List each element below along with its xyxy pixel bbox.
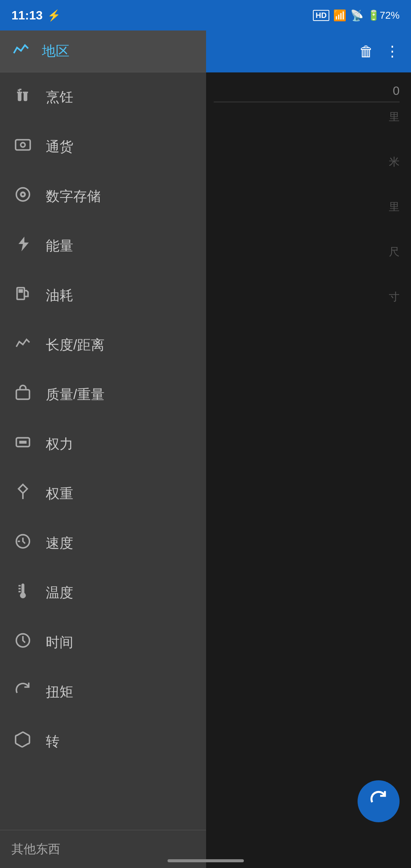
- menu-item-mass[interactable]: 质量/重量: [0, 370, 206, 419]
- svg-rect-0: [16, 140, 30, 150]
- right-label-4: 尺: [214, 245, 400, 259]
- right-label-1: 里: [214, 110, 400, 124]
- status-left: 11:13 ⚡: [11, 8, 61, 22]
- time-label: 时间: [46, 633, 73, 652]
- bluetooth-icon: ⚡: [47, 9, 61, 22]
- status-right: HD 📶 📡 🔋72%: [313, 9, 400, 22]
- menu-item-volume[interactable]: 转: [0, 717, 206, 766]
- cooking-icon: [11, 87, 34, 108]
- menu-item-power[interactable]: 权力: [0, 419, 206, 469]
- menu-item-length[interactable]: 长度/距离: [0, 320, 206, 370]
- menu-item-energy[interactable]: 能量: [0, 221, 206, 271]
- menu-item-torque-icon[interactable]: 权重: [0, 469, 206, 518]
- battery-icon: 🔋72%: [367, 10, 400, 21]
- signal-icon: 📶: [333, 9, 347, 22]
- drawer-footer-label: 其他东西: [11, 841, 60, 858]
- fab-button[interactable]: [358, 780, 400, 822]
- energy-icon: [11, 235, 34, 257]
- drawer-header-title: 地区: [42, 42, 69, 61]
- power-label: 权力: [46, 435, 73, 454]
- mass-icon: [11, 384, 34, 406]
- drawer-header[interactable]: 地区: [0, 30, 206, 72]
- svg-rect-6: [19, 289, 23, 293]
- menu-item-digital[interactable]: 数字存储: [0, 172, 206, 221]
- svg-point-1: [21, 143, 25, 147]
- time-icon: [11, 632, 34, 653]
- right-label-2: 米: [214, 155, 400, 169]
- energy-label: 能量: [46, 237, 73, 255]
- wifi-icon: 📡: [350, 9, 364, 22]
- speed-label: 速度: [46, 534, 73, 553]
- torque-icon2: [11, 681, 34, 703]
- fab-icon: [369, 789, 388, 813]
- digital-label: 数字存储: [46, 187, 101, 206]
- fuel-icon: [11, 285, 34, 306]
- svg-rect-9: [19, 441, 26, 444]
- home-indicator: [168, 859, 244, 862]
- menu-item-fuel[interactable]: 油耗: [0, 271, 206, 320]
- menu-item-currency[interactable]: 通货: [0, 122, 206, 172]
- fuel-label: 油耗: [46, 286, 73, 305]
- delete-icon[interactable]: 🗑: [359, 43, 374, 60]
- torque-icon-icon: [11, 483, 34, 505]
- status-time: 11:13: [11, 8, 43, 22]
- temperature-label: 温度: [46, 584, 73, 602]
- menu-item-speed[interactable]: 速度: [0, 518, 206, 568]
- speed-icon: [11, 533, 34, 554]
- length-icon: [11, 334, 34, 356]
- hd-badge: HD: [313, 10, 329, 21]
- right-content: 0 里 米 里 尺 寸: [202, 72, 411, 868]
- drawer-items: 烹饪 通货 数字存: [0, 72, 206, 830]
- main-container: 🗑 ⋮ 0 里 米 里 尺 寸 地区: [0, 30, 411, 868]
- svg-rect-7: [16, 390, 30, 399]
- menu-item-torque[interactable]: 扭矩: [0, 667, 206, 717]
- right-topbar: 🗑 ⋮: [202, 30, 411, 72]
- mass-label: 质量/重量: [46, 385, 105, 404]
- torque-label: 扭矩: [46, 683, 73, 701]
- right-panel: 🗑 ⋮ 0 里 米 里 尺 寸: [202, 30, 411, 868]
- currency-label: 通货: [46, 138, 73, 156]
- right-value: 0: [214, 84, 400, 102]
- length-label: 长度/距离: [46, 336, 105, 355]
- volume-label: 转: [46, 732, 60, 751]
- status-bar: 11:13 ⚡ HD 📶 📡 🔋72%: [0, 0, 411, 30]
- right-label-3: 里: [214, 200, 400, 214]
- more-icon[interactable]: ⋮: [385, 43, 400, 60]
- volume-icon: [11, 731, 34, 752]
- currency-icon: [11, 136, 34, 158]
- digital-icon: [11, 186, 34, 207]
- torque-icon-label: 权重: [46, 485, 73, 503]
- drawer: 地区 烹饪 通货: [0, 30, 206, 868]
- power-icon: [11, 433, 34, 455]
- cooking-label: 烹饪: [46, 88, 73, 107]
- menu-item-temperature[interactable]: 温度: [0, 568, 206, 618]
- drawer-footer: 其他东西: [0, 830, 206, 868]
- menu-item-time[interactable]: 时间: [0, 618, 206, 667]
- svg-point-4: [22, 193, 24, 196]
- right-label-5: 寸: [214, 290, 400, 304]
- drawer-header-icon: [11, 40, 31, 63]
- menu-item-cooking[interactable]: 烹饪: [0, 72, 206, 122]
- temperature-icon: [11, 582, 34, 604]
